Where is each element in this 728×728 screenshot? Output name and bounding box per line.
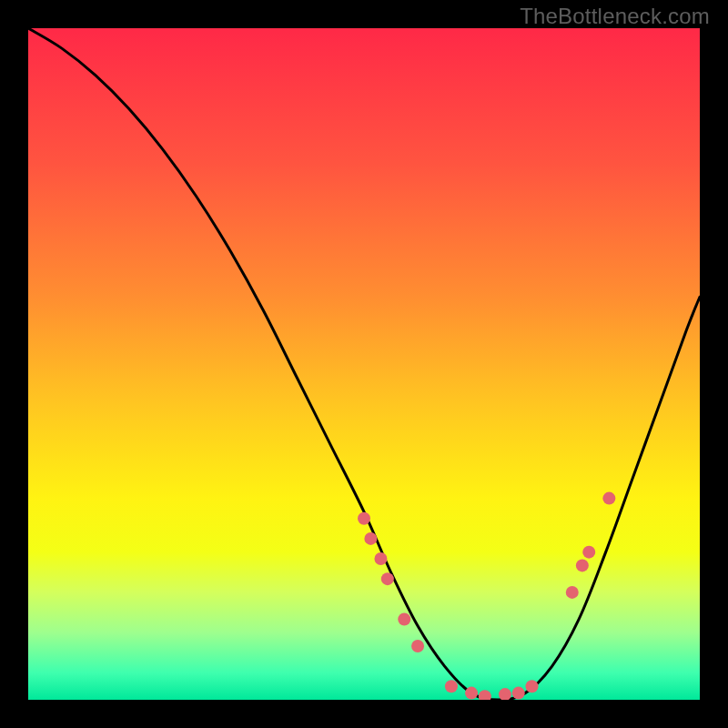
data-point bbox=[526, 680, 539, 693]
data-point bbox=[512, 687, 525, 700]
data-point bbox=[602, 492, 615, 505]
data-point bbox=[374, 552, 387, 565]
data-point bbox=[381, 572, 394, 585]
watermark-text: TheBottleneck.com bbox=[520, 4, 710, 29]
data-point bbox=[411, 640, 424, 652]
data-point bbox=[465, 687, 478, 700]
data-point bbox=[364, 532, 377, 545]
chart-background bbox=[28, 28, 700, 700]
data-point bbox=[398, 612, 410, 625]
chart-svg bbox=[28, 28, 700, 700]
data-point bbox=[582, 546, 595, 559]
data-point bbox=[445, 680, 458, 693]
data-point bbox=[576, 559, 589, 571]
data-point bbox=[566, 586, 579, 599]
data-point bbox=[358, 512, 370, 525]
chart-plot-area bbox=[28, 28, 700, 700]
chart-frame: TheBottleneck.com bbox=[0, 0, 728, 728]
